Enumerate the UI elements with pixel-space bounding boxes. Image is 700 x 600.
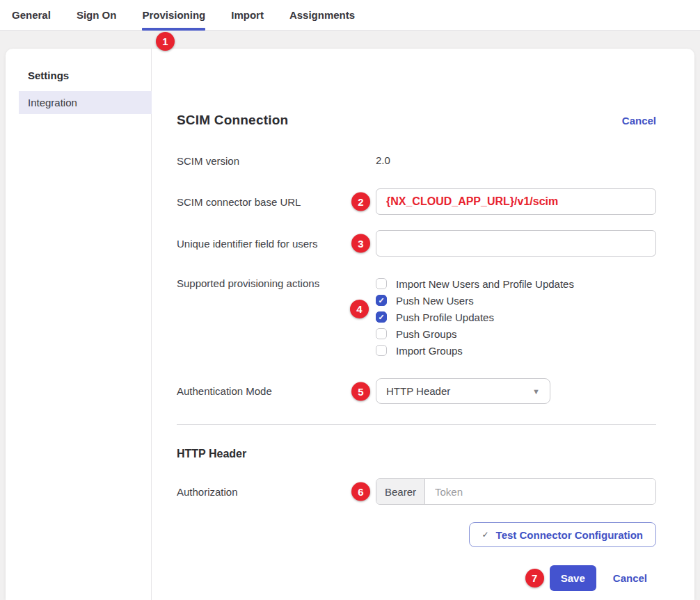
provisioning-card: Settings Integration SCIM Connection Can… [6,49,694,600]
scim-version-label: SCIM version [177,155,376,167]
page-title: SCIM Connection [177,113,288,128]
action-row-import-groups: ✓ Import Groups [376,342,656,359]
action-row-push-new-users: ✓ Push New Users [376,292,656,309]
checkbox-label: Import New Users and Profile Updates [396,278,574,290]
step-badge-1: 1 [156,32,175,51]
bearer-prefix: Bearer [376,479,425,504]
check-icon: ✓ [482,530,489,540]
checkbox-label: Import Groups [396,345,463,357]
base-url-row: SCIM connector base URL 2 [177,188,656,215]
provisioning-actions-label: Supported provisioning actions [177,275,376,289]
checkbox-label: Push Groups [396,328,457,340]
panel-header: SCIM Connection Cancel [177,113,656,128]
test-connector-button[interactable]: ✓ Test Connector Configuration [469,522,656,547]
chevron-down-icon: ▼ [532,387,540,396]
base-url-label: SCIM connector base URL [177,196,376,208]
authorization-label: Authorization [177,486,376,498]
tab-general[interactable]: General [12,0,51,31]
test-connector-row: ✓ Test Connector Configuration [177,522,656,547]
section-divider [177,424,656,425]
auth-mode-select[interactable]: HTTP Header ▼ [376,378,550,404]
sidebar-item-integration[interactable]: Integration [19,91,152,114]
action-row-import-users: ✓ Import New Users and Profile Updates [376,275,656,292]
http-header-heading: HTTP Header [177,448,656,460]
step-badge-5: 5 [351,382,370,400]
step-badge-3: 3 [351,234,370,253]
unique-id-label: Unique identifier field for users [177,238,376,250]
action-row-push-profile-updates: ✓ Push Profile Updates [376,309,656,325]
step-badge-4: 4 [350,300,369,318]
scim-connection-panel: SCIM Connection Cancel SCIM version 2.0 … [152,49,694,600]
step-badge-7: 7 [525,569,544,587]
check-icon: ✓ [378,297,384,305]
checkbox-import-users[interactable]: ✓ [376,278,387,289]
tab-import[interactable]: Import [231,0,264,31]
save-button[interactable]: Save [550,565,596,591]
step-badge-2: 2 [351,193,370,211]
app-tabbar: General Sign On Provisioning Import Assi… [0,0,700,31]
cancel-button-bottom[interactable]: Cancel [613,572,647,584]
auth-mode-label: Authentication Mode [177,385,376,397]
unique-id-row: Unique identifier field for users 3 [177,230,656,257]
checkbox-label: Push Profile Updates [396,311,494,323]
check-icon: ✓ [378,314,384,321]
checkbox-label: Push New Users [396,295,474,307]
sidebar-heading: Settings [28,70,151,81]
authorization-input-group: Bearer [376,478,656,505]
checkbox-push-new-users[interactable]: ✓ [376,295,387,306]
unique-id-input[interactable] [376,230,656,257]
step-badge-6: 6 [351,483,370,501]
tab-sign-on[interactable]: Sign On [77,0,117,31]
auth-mode-row: Authentication Mode 5 HTTP Header ▼ [177,378,656,404]
auth-mode-selected-value: HTTP Header [386,385,450,397]
scim-version-row: SCIM version 2.0 [177,154,656,167]
cancel-link-top[interactable]: Cancel [622,115,656,127]
base-url-input[interactable] [376,188,656,215]
settings-sidebar: Settings Integration [6,49,152,600]
test-connector-label: Test Connector Configuration [496,529,643,541]
token-input[interactable] [425,479,655,504]
checkbox-push-groups[interactable]: ✓ [376,328,387,339]
provisioning-actions-row: Supported provisioning actions 4 ✓ Impor… [177,275,656,359]
action-row-push-groups: ✓ Push Groups [376,325,656,342]
checkbox-import-groups[interactable]: ✓ [376,345,387,356]
save-row: 7 Save Cancel [177,565,656,591]
tab-assignments[interactable]: Assignments [289,0,355,31]
tab-provisioning[interactable]: Provisioning [142,0,205,31]
authorization-row: Authorization 6 Bearer [177,478,656,505]
checkbox-push-profile-updates[interactable]: ✓ [376,311,387,323]
scim-version-value: 2.0 [376,154,390,166]
